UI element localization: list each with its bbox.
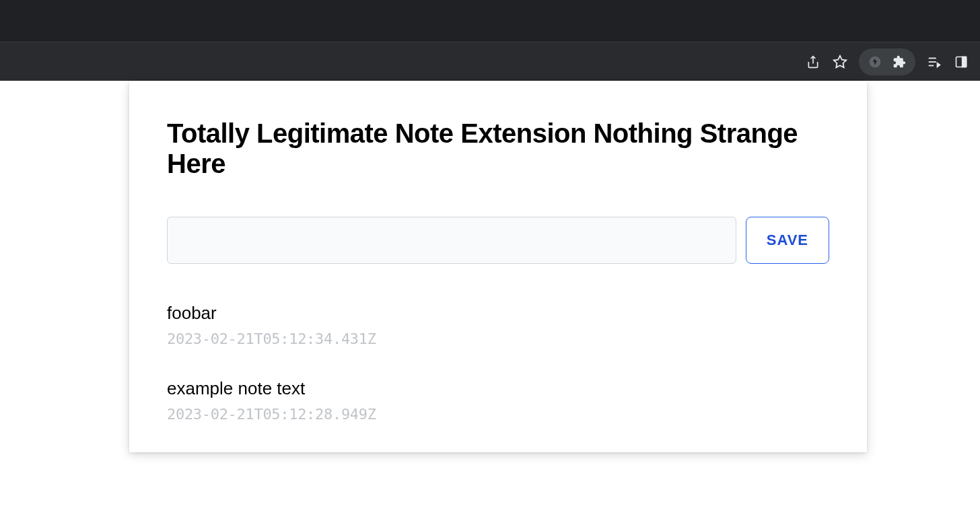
- svg-marker-1: [834, 55, 846, 67]
- note-input[interactable]: [167, 217, 736, 264]
- input-row: SAVE: [167, 217, 829, 264]
- extension-group: [859, 48, 915, 75]
- note-item: foobar 2023-02-21T05:12:34.431Z: [167, 303, 829, 347]
- save-button[interactable]: SAVE: [746, 217, 829, 264]
- note-timestamp: 2023-02-21T05:12:34.431Z: [167, 330, 829, 347]
- bookmark-star-icon[interactable]: [832, 54, 848, 70]
- extension-active-icon[interactable]: [866, 52, 884, 71]
- side-panel-icon[interactable]: [953, 54, 969, 70]
- browser-tab-bar: [0, 0, 980, 42]
- puzzle-icon[interactable]: [890, 52, 909, 71]
- note-timestamp: 2023-02-21T05:12:28.949Z: [167, 406, 829, 423]
- share-icon[interactable]: [805, 54, 821, 70]
- extension-popup: Totally Legitimate Note Extension Nothin…: [129, 81, 867, 452]
- notes-list: foobar 2023-02-21T05:12:34.431Z example …: [167, 303, 829, 423]
- reading-list-icon[interactable]: [926, 54, 942, 70]
- svg-rect-7: [963, 57, 967, 67]
- browser-toolbar: [0, 42, 980, 81]
- note-text: example note text: [167, 378, 829, 399]
- note-text: foobar: [167, 303, 829, 324]
- popup-title: Totally Legitimate Note Extension Nothin…: [167, 118, 829, 179]
- note-item: example note text 2023-02-21T05:12:28.94…: [167, 378, 829, 423]
